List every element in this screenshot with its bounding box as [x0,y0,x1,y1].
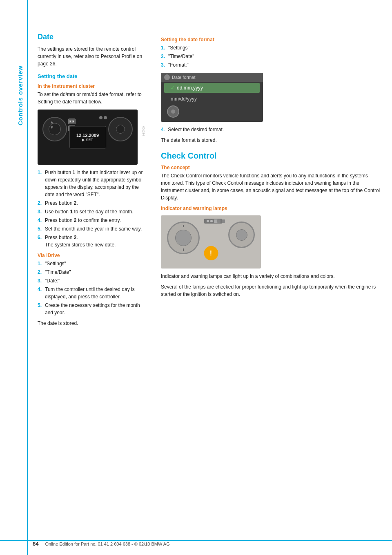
via-idrive-list: 1. "Settings" 2. "Time/Date" 3. "Date:" … [38,260,146,316]
concept-label: The concept [161,165,382,170]
btn1: ▣▣ [68,119,76,124]
idrive-step-3: 3. "Date:" [38,277,146,284]
info-dot-1 [99,116,102,119]
wc-right-gauge [228,222,255,248]
top-indicators [217,219,225,223]
check-icon: ✓ [171,85,175,91]
idrive-icon [164,74,170,80]
instrument-steps-list: 1. Push button 1 in the turn indicator l… [38,169,146,248]
up-arrow-icon: ▲ [50,120,54,124]
format-step-3: 3. "Format:" [161,61,382,69]
indicator-1 [217,219,220,223]
idrive-step-4: 4. Turn the controller until the desired… [38,286,146,300]
right-column: Setting the date format 1. "Settings" 2.… [154,33,392,539]
page-number: 84 [33,541,38,547]
indicator-text2: Several of the lamps are checked for pro… [161,283,382,298]
wc-left-gauge [167,222,200,254]
nav-arrows: ▲ ▼ [50,120,54,130]
format-stored-text: The date format is stored. [161,137,382,144]
step-4: 4. Press button 2 to confirm the entry. [38,217,146,224]
badge-dot-2 [210,220,213,222]
main-content: Date The settings are stored for the rem… [28,0,392,555]
info-dot-2 [104,116,107,119]
date-intro: The settings are stored for the remote c… [38,45,146,67]
left-gauge [42,117,67,141]
warning-icon: ! [204,246,218,260]
controller-knob [167,105,179,118]
image-watermark: 001234 [142,126,145,136]
badge-dot-1 [207,220,209,222]
setting-date-format-subtitle: Setting the date format [161,37,382,43]
right-info-dots [99,116,107,119]
left-column: Date The settings are stored for the rem… [28,33,154,539]
instrument-cluster-image: ▲ ▼ ▣▣ ↕ 12.12.2009 ▶ S [38,110,138,165]
idrive-step-2: 2. "Time/Date" [38,269,146,276]
instrument-cluster-label: In the instrument cluster [38,83,146,89]
check-control-title: Check Control [161,151,382,161]
date-format-image: Date format ✓ dd.mm.yyyy mm/dd/yyyy 0012… [161,73,263,122]
instrument-center-display: 12.12.2009 ▶ SET [69,126,106,148]
page-container: Controls overview Date The settings are … [0,0,392,555]
footer-text: Online Edition for Part no. 01 41 2 604 … [45,542,169,546]
step-1: 1. Push button 1 in the turn indicator l… [38,169,146,198]
right-gauge [108,117,133,141]
date-format-steps: 1. "Settings" 2. "Time/Date" 3. "Format:… [161,44,382,69]
page-footer: 84 Online Edition for Part no. 01 41 2 6… [0,540,392,547]
step-6: 6. Press button 2.The system stores the … [38,234,146,248]
step-3: 3. Use button 1 to set the day of the mo… [38,208,146,215]
via-idrive-label: Via iDrive [38,253,146,258]
sidebar: Controls overview [0,0,28,555]
instrument-set: ▶ SET [82,138,93,142]
idrive-step-5: 5. Create the necessary settings for the… [38,302,146,316]
warning-cluster-image: ! 001236 [161,215,261,269]
indicator-label: Indicator and warning lamps [161,206,382,211]
sidebar-label: Controls overview [17,65,24,125]
step-2: 2. Press button 2. [38,199,146,207]
play-icon: ▶ [82,138,85,142]
idrive-step-1: 1. "Settings" [38,260,146,267]
down-arrow-icon: ▼ [50,125,54,130]
format-step-1: 1. "Settings" [161,44,382,51]
concept-text: The Check Control monitors vehicle funct… [161,172,382,201]
instrument-cluster-text: To set the dd/mm or mm/dd date format, r… [38,91,146,105]
setting-the-date-subtitle: Setting the date [38,73,146,79]
format-step-2: 2. "Time/Date" [161,53,382,60]
warning-symbol: ! [210,250,212,257]
instrument-date: 12.12.2009 [76,133,99,138]
date-format-header: Date format [161,73,263,82]
format-option-2: mm/dd/yyyy [164,94,260,104]
format-step4: 4. Select the desired format. [161,126,382,133]
indicator-text1: Indicator and warning lamps can light up… [161,273,382,280]
date-stored-text: The date is stored. [38,320,146,327]
indicator-2 [222,219,225,223]
date-section-title: Date [38,33,146,41]
format-option-1: ✓ dd.mm.yyyy [164,83,260,93]
step-5: 5. Set the month and the year in the sam… [38,225,146,233]
